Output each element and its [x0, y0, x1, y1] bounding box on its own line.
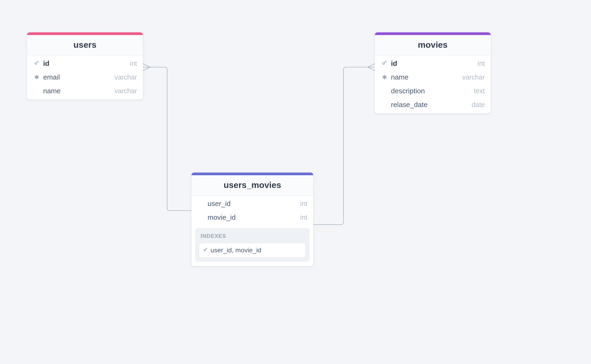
column-type: text [474, 87, 485, 95]
column-name: description [391, 87, 425, 95]
column-type: int [300, 214, 307, 221]
index-item[interactable]: user_id, movie_id [199, 243, 306, 257]
key-icon [33, 60, 40, 67]
column-name: email [43, 73, 60, 81]
table-users[interactable]: users id int ✱ email varchar [27, 32, 143, 99]
column-type: int [130, 60, 137, 67]
table-column-row[interactable]: movie_id int [191, 211, 313, 224]
table-column-row[interactable]: ✱ email varchar [27, 70, 143, 84]
table-accent-bar [375, 32, 491, 35]
column-type: int [478, 60, 485, 67]
table-column-row[interactable]: user_id int [191, 197, 313, 211]
table-columns: id int ✱ email varchar name varchar [27, 56, 143, 99]
er-diagram-canvas[interactable]: users id int ✱ email varchar [0, 0, 591, 364]
column-name: relase_date [391, 101, 428, 109]
svg-point-2 [204, 249, 205, 251]
table-users-movies[interactable]: users_movies user_id int movie_id int IN… [191, 173, 313, 266]
table-column-row[interactable]: ✱ name varchar [375, 70, 491, 84]
table-column-row[interactable]: description text [375, 84, 491, 98]
svg-point-0 [35, 63, 37, 64]
column-type: int [300, 200, 307, 208]
index-text: user_id, movie_id [211, 246, 261, 254]
column-name: user_id [208, 200, 231, 208]
column-name: name [391, 73, 408, 81]
column-type: varchar [115, 87, 137, 95]
indexes-label: INDEXES [199, 232, 306, 243]
table-column-row[interactable]: relase_date date [375, 98, 491, 112]
table-column-row[interactable]: id int [27, 57, 143, 70]
column-type: date [472, 101, 485, 109]
column-type: varchar [462, 73, 485, 81]
table-accent-bar [191, 173, 313, 175]
svg-point-1 [383, 63, 384, 64]
table-column-row[interactable]: name varchar [27, 84, 143, 98]
indexes-section: INDEXES user_id, movie_id [195, 228, 310, 262]
table-title: users [27, 35, 143, 56]
snowflake-icon: ✱ [33, 74, 40, 81]
snowflake-icon: ✱ [381, 74, 388, 81]
column-type: varchar [115, 73, 137, 81]
key-icon [381, 60, 388, 67]
column-name: name [43, 87, 61, 95]
column-name: movie_id [208, 213, 236, 222]
table-title: users_movies [191, 175, 313, 196]
table-title: movies [375, 35, 491, 56]
table-accent-bar [27, 32, 143, 35]
key-icon [203, 247, 208, 253]
table-columns: user_id int movie_id int [191, 196, 313, 226]
column-name: id [391, 59, 397, 68]
table-movies[interactable]: movies id int ✱ name varchar [375, 32, 491, 113]
table-column-row[interactable]: id int [375, 57, 491, 70]
table-columns: id int ✱ name varchar description text [375, 56, 491, 113]
column-name: id [43, 59, 49, 68]
